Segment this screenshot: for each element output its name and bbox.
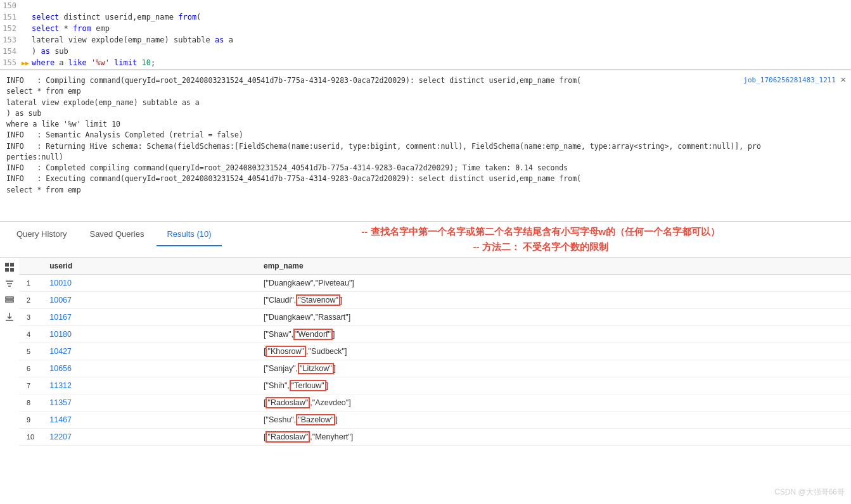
table-header-row: userid emp_name (19, 258, 851, 275)
cell-rownum: 3 (19, 309, 42, 326)
svg-rect-3 (10, 268, 14, 272)
col-empname: emp_name (256, 258, 851, 275)
svg-rect-1 (10, 263, 14, 267)
filter-icon[interactable] (3, 277, 16, 291)
console-line-4: ) as sub (6, 108, 845, 119)
grid-icon[interactable] (3, 260, 16, 274)
code-line-152: 152 select * from emp (0, 23, 851, 34)
tab-query-history[interactable]: Query History (6, 223, 77, 246)
download-icon[interactable] (3, 310, 16, 324)
table-row: 811357["Radoslaw","Azevdeo"] (19, 394, 851, 412)
results-table: userid emp_name 110010["Duangkaew","Pive… (19, 258, 851, 446)
col-userid: userid (42, 258, 256, 275)
tabs-container: Query History Saved Queries Results (10) (0, 222, 231, 247)
cell-userid: 10067 (42, 292, 256, 309)
table-row: 210067["Claudi","Stavenow"] (19, 292, 851, 309)
code-line-150: 150 (0, 0, 851, 11)
console-line-8: perties:null) (6, 152, 845, 163)
table-row: 610656["Sanjay","Litzkow"] (19, 360, 851, 377)
console-line-11: select * from emp (6, 185, 845, 196)
console-line-7: INFO : Returning Hive schema: Schema(fie… (6, 141, 845, 152)
annotation-line-1: -- 查找名字中第一个名字或第二个名字结尾含有小写字母w的（任何一个名字都可以） (243, 224, 838, 239)
annotation-panel: -- 查找名字中第一个名字或第二个名字结尾含有小写字母w的（任何一个名字都可以）… (231, 222, 851, 257)
cell-userid: 11357 (42, 394, 256, 412)
console-line-2: select * from emp (6, 86, 845, 97)
cell-rownum: 9 (19, 412, 42, 429)
cell-rownum: 4 (19, 326, 42, 343)
annotation-line-2: -- 方法二： 不受名字个数的限制 (243, 239, 838, 255)
cell-rownum: 10 (19, 429, 42, 446)
svg-rect-2 (5, 268, 9, 272)
code-editor: 150 151 select distinct userid,emp_name … (0, 0, 851, 70)
cell-userid: 10010 (42, 275, 256, 292)
console-line-9: INFO : Completed compiling command(query… (6, 163, 845, 173)
code-line-155: 155 ▶▶ where a like '%w' limit 10; (0, 57, 851, 68)
console-line-10: INFO : Executing command(queryId=root_20… (6, 173, 845, 184)
cell-rownum: 5 (19, 343, 42, 360)
table-row: 911467["Seshu","Bazelow"] (19, 412, 851, 429)
rows-icon[interactable] (3, 293, 16, 307)
table-row: 310167["Duangkaew","Rassart"] (19, 309, 851, 326)
table-row: 110010["Duangkaew","Piveteau"] (19, 275, 851, 292)
cell-userid: 11312 (42, 377, 256, 394)
cell-empname: ["Radoslaw","Menyhert"] (256, 429, 851, 446)
cell-empname: ["Shaw","Wendorf"] (256, 326, 851, 343)
table-row: 410180["Shaw","Wendorf"] (19, 326, 851, 343)
tab-results[interactable]: Results (10) (157, 223, 221, 246)
cell-empname: ["Duangkaew","Rassart"] (256, 309, 851, 326)
table-row: 510427["Khosrow","Sudbeck"] (19, 343, 851, 360)
svg-rect-0 (5, 263, 9, 267)
cell-empname: ["Sanjay","Litzkow"] (256, 360, 851, 377)
cell-empname: ["Claudi","Stavenow"] (256, 292, 851, 309)
svg-rect-7 (6, 297, 13, 299)
svg-rect-8 (6, 300, 13, 302)
code-line-154: 154 ) as sub (0, 46, 851, 57)
results-area[interactable]: userid emp_name 110010["Duangkaew","Pive… (0, 258, 851, 476)
table-row: 711312["Shih","Terlouw"] (19, 377, 851, 394)
close-icon[interactable]: ✕ (841, 73, 846, 86)
cell-empname: ["Khosrow","Sudbeck"] (256, 343, 851, 360)
cell-userid: 10656 (42, 360, 256, 377)
code-line-151: 151 select distinct userid,emp_name from… (0, 11, 851, 23)
cell-userid: 10167 (42, 309, 256, 326)
cell-empname: ["Shih","Terlouw"] (256, 377, 851, 394)
console-line-5: where a like '%w' limit 10 (6, 119, 845, 130)
console-panel: job_1706256281483_1211 ✕ INFO : Compilin… (0, 70, 851, 222)
tab-saved-queries[interactable]: Saved Queries (79, 223, 154, 246)
cell-rownum: 6 (19, 360, 42, 377)
cell-userid: 10427 (42, 343, 256, 360)
console-line-6: INFO : Semantic Analysis Completed (retr… (6, 130, 845, 141)
cell-rownum: 7 (19, 377, 42, 394)
cell-userid: 10180 (42, 326, 256, 343)
cell-rownum: 1 (19, 275, 42, 292)
table-row: 1012207["Radoslaw","Menyhert"] (19, 429, 851, 446)
cell-empname: ["Radoslaw","Azevdeo"] (256, 394, 851, 412)
cell-userid: 12207 (42, 429, 256, 446)
cell-rownum: 8 (19, 394, 42, 412)
job-link[interactable]: job_1706256281483_1211 (743, 75, 836, 86)
console-line-1: INFO : Compiling command(queryId=root_20… (6, 75, 845, 86)
code-line-153: 153 lateral view explode(emp_name) subta… (0, 34, 851, 46)
side-icons (0, 258, 19, 324)
col-rownum (19, 258, 42, 275)
cell-rownum: 2 (19, 292, 42, 309)
cell-userid: 11467 (42, 412, 256, 429)
console-line-3: lateral view explode(emp_name) subtable … (6, 98, 845, 108)
cell-empname: ["Duangkaew","Piveteau"] (256, 275, 851, 292)
table-wrap: userid emp_name 110010["Duangkaew","Pive… (0, 258, 851, 446)
cell-empname: ["Seshu","Bazelow"] (256, 412, 851, 429)
